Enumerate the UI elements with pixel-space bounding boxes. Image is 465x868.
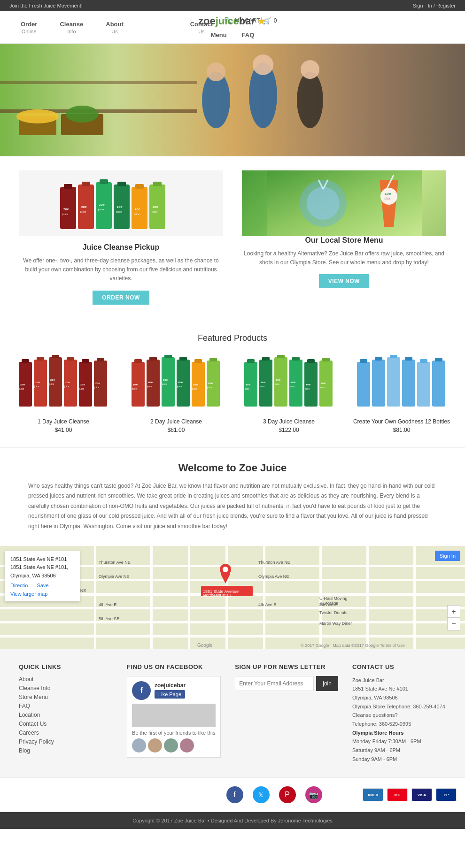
store-menu-desc: Looking for a healthy Alternative? Zoe J…: [242, 249, 446, 267]
svg-text:zoe: zoe: [193, 383, 198, 386]
mastercard-icon: MC: [387, 788, 408, 801]
featured-products-section: Featured Products zoe juice zoe juice: [0, 319, 465, 447]
footer-link-blog[interactable]: Blog: [19, 747, 113, 754]
svg-rect-141: [188, 546, 190, 649]
hero-image: [0, 44, 465, 156]
fb-friends-text: Be the first of your friends to like thi…: [132, 730, 216, 736]
product-2-price: $81.00: [168, 427, 185, 433]
product-card-3[interactable]: zoe juice zoe juice zoe juice zoe j: [237, 353, 341, 433]
product-card-4[interactable]: Create Your Own Goodness 12 Bottles $81.…: [350, 353, 453, 433]
svg-rect-93: [209, 358, 217, 361]
fb-like-button[interactable]: Like Page: [155, 690, 185, 699]
product-card-2[interactable]: zoe juice zoe juice zoe juice zoe j: [124, 353, 228, 433]
svg-point-4: [207, 62, 225, 81]
footer-link-location[interactable]: Location: [19, 712, 113, 718]
footer-link-cleanse[interactable]: Cleanse Info: [19, 685, 113, 691]
twitter-icon[interactable]: 𝕏: [253, 786, 270, 803]
svg-rect-146: [413, 546, 416, 649]
footer-link-faq[interactable]: FAQ: [19, 703, 113, 709]
svg-text:juice: juice: [19, 387, 24, 390]
footer-contact: CONTACT US Zoe Juice Bar 1851 State Ave …: [352, 663, 446, 764]
svg-rect-136: [0, 607, 465, 609]
svg-text:zoe: zoe: [95, 382, 101, 384]
svg-text:juice: juice: [147, 385, 152, 388]
view-now-button[interactable]: VIEW NOW: [319, 274, 369, 288]
footer-link-about[interactable]: About: [19, 676, 113, 683]
svg-rect-56: [49, 357, 62, 407]
svg-text:juice: juice: [133, 213, 140, 215]
footer-link-contact[interactable]: Contact Us: [19, 721, 113, 727]
nav-contact-label: Contact: [190, 21, 213, 28]
logo-icon: ★: [256, 15, 267, 28]
svg-text:juice: juice: [49, 383, 54, 385]
svg-text:juice: juice: [192, 387, 197, 390]
newsletter-email-input[interactable]: [235, 676, 314, 691]
svg-text:zoe: zoe: [117, 205, 123, 208]
facebook-icon[interactable]: f: [226, 786, 243, 803]
map-zoom-out[interactable]: −: [448, 618, 460, 630]
order-now-button[interactable]: ORDER NOW: [93, 291, 149, 305]
svg-rect-145: [366, 546, 369, 649]
svg-text:zoe: zoe: [321, 382, 326, 384]
svg-rect-105: [277, 355, 285, 358]
svg-rect-49: [22, 359, 29, 363]
map-directions-link[interactable]: Directio...: [10, 583, 32, 588]
hero-banner: [0, 44, 465, 156]
svg-text:Thurston Ave NE: Thurston Ave NE: [99, 560, 131, 565]
register-link[interactable]: In / Register: [428, 3, 456, 8]
svg-rect-53: [37, 357, 44, 361]
nav-cleanse[interactable]: Cleanse Info: [48, 17, 94, 38]
footer-link-careers[interactable]: Careers: [19, 730, 113, 736]
footer-link-privacy[interactable]: Privacy Policy: [19, 738, 113, 745]
svg-text:zoe: zoe: [163, 378, 168, 381]
map-sign-in-button[interactable]: Sign In: [435, 551, 460, 561]
view-larger-map-link[interactable]: View larger map: [10, 591, 74, 597]
welcome-text: Who says healthy things can't taste good…: [28, 481, 437, 532]
nav-about[interactable]: About Us: [94, 17, 135, 38]
svg-rect-137: [0, 621, 465, 623]
svg-rect-101: [262, 357, 270, 361]
instagram-icon[interactable]: 📷: [305, 786, 322, 803]
sign-link[interactable]: Sign: [413, 3, 423, 8]
visa-icon: VISA: [411, 788, 432, 801]
svg-rect-35: [153, 182, 162, 186]
pinterest-icon[interactable]: P: [279, 786, 296, 803]
svg-rect-127: [405, 357, 412, 361]
product-card-1[interactable]: zoe juice zoe juice zoe juice zoe j: [12, 353, 115, 433]
svg-rect-81: [164, 355, 172, 358]
svg-text:zoe: zoe: [276, 378, 281, 381]
footer-link-store-menu[interactable]: Store Menu: [19, 694, 113, 700]
nav-faq[interactable]: FAQ: [234, 30, 262, 40]
svg-rect-19: [82, 182, 90, 186]
svg-text:juice: juice: [34, 385, 39, 388]
nav-contact[interactable]: Contact Us: [179, 17, 224, 38]
fb-avatar-3: [164, 738, 178, 753]
product-2-name: 2 Day Juice Cleanse: [150, 418, 202, 425]
svg-rect-85: [179, 357, 187, 361]
svg-text:zoe: zoe: [306, 383, 311, 386]
cart-count: 0: [274, 17, 277, 24]
product-2-image: zoe juice zoe juice zoe juice zoe j: [124, 353, 228, 414]
svg-rect-73: [134, 359, 142, 363]
map-zoom-in[interactable]: +: [448, 606, 460, 618]
product-4-price: $81.00: [393, 427, 411, 433]
top-bar: Join the Fresh Juice Movement! Sign In /…: [0, 0, 465, 11]
nav-order[interactable]: Order Online: [9, 17, 48, 38]
svg-text:zoe: zoe: [20, 383, 25, 386]
newsletter-form: join: [235, 676, 338, 691]
svg-rect-138: [0, 635, 465, 638]
svg-text:zoe: zoe: [291, 381, 296, 384]
map-address-2: 1851 State Ave NE #101,: [10, 563, 74, 572]
map-save-link[interactable]: Save: [37, 583, 48, 588]
svg-rect-142: [225, 546, 228, 649]
svg-text:zoe: zoe: [208, 382, 213, 384]
fb-page-name: zoejuicebar: [155, 682, 186, 689]
social-bar: f 𝕏 P 📷 AMEX MC VISA PP: [0, 777, 465, 812]
svg-text:zoe: zoe: [81, 205, 87, 208]
svg-text:4th Ave E: 4th Ave E: [99, 602, 116, 607]
svg-text:juice: juice: [94, 386, 100, 389]
svg-text:juice: juice: [207, 386, 212, 389]
newsletter-join-button[interactable]: join: [316, 676, 338, 691]
paypal-icon: PP: [436, 788, 457, 801]
svg-text:Northeast #101: Northeast #101: [203, 593, 232, 598]
